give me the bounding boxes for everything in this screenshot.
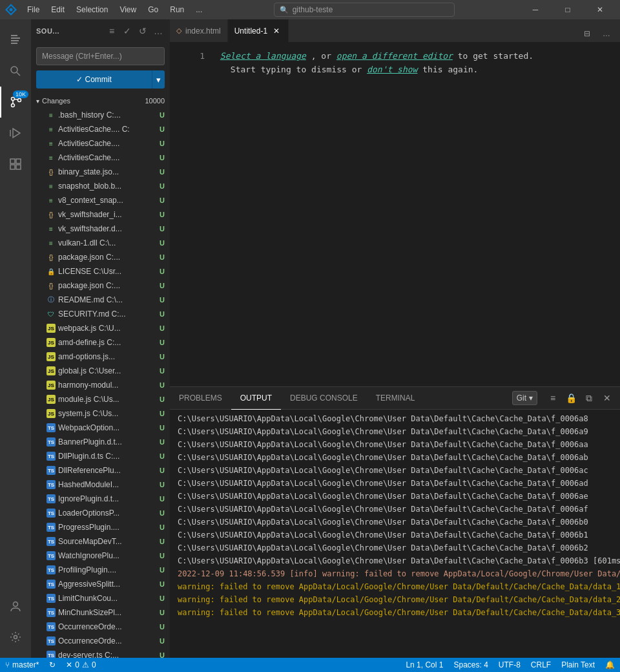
file-list-item[interactable]: TSWatchIgnorePlu...U <box>31 549 170 563</box>
file-list-item[interactable]: TSOccurrenceOrde...U <box>31 634 170 648</box>
svg-rect-1 <box>11 35 17 36</box>
more-actions-button[interactable]: … <box>598 25 615 42</box>
sync-button[interactable]: ↻ <box>44 658 61 672</box>
panel-tab-output[interactable]: OUTPUT <box>231 387 281 410</box>
file-list-item[interactable]: 🛡SECURITY.md C:...U <box>31 307 170 321</box>
activity-source-control[interactable]: 10K <box>0 87 31 118</box>
panel-copy-button[interactable]: ⧉ <box>581 390 597 406</box>
panel-lock-button[interactable]: 🔒 <box>563 390 579 406</box>
file-list-item[interactable]: TSLimitChunkCou...U <box>31 591 170 605</box>
activity-explorer[interactable] <box>0 25 31 56</box>
file-list-item[interactable]: TSOccurrenceOrde...U <box>31 620 170 634</box>
file-list-item[interactable]: ≡snapshot_blob.b...U <box>31 179 170 193</box>
menu-file[interactable]: File <box>22 4 45 16</box>
file-list-item[interactable]: TSHashedModuleI...U <box>31 478 170 492</box>
file-list-item[interactable]: JSglobal.js C:\User...U <box>31 364 170 378</box>
svg-point-0 <box>10 8 13 12</box>
file-list-item[interactable]: TSDllReferencePlu...U <box>31 463 170 478</box>
file-list-item[interactable]: {}package.json C:...U <box>31 278 170 293</box>
file-list-item[interactable]: JSharmony-modul...U <box>31 378 170 392</box>
file-list-item[interactable]: ≡ActivitiesCache....U <box>31 151 170 165</box>
errors-indicator[interactable]: ✕ 0 ⚠ 0 <box>61 658 101 672</box>
language-mode[interactable]: Plain Text <box>556 658 600 672</box>
notification-bell[interactable]: 🔔 <box>600 658 620 672</box>
file-list-item[interactable]: TSProfilingPlugin....U <box>31 563 170 577</box>
info-text-dont-show[interactable]: don't show <box>367 65 417 74</box>
file-list-item[interactable]: JSsystem.js C:\Us...U <box>31 406 170 421</box>
file-list-item[interactable]: TSProgressPlugin....U <box>31 520 170 534</box>
git-source-selector[interactable]: Git ▾ <box>512 391 537 405</box>
panel: PROBLEMS OUTPUT DEBUG CONSOLE TERMINAL G… <box>170 386 620 658</box>
file-list-item[interactable]: TSAggressiveSplitt...U <box>31 577 170 591</box>
file-list-item[interactable]: TSdev-server.ts C:...U <box>31 648 170 658</box>
file-type-icon: ≡ <box>46 196 56 205</box>
file-list-item[interactable]: JSamd-define.js C:...U <box>31 335 170 350</box>
file-list-item[interactable]: ≡vulkan-1.dll C:\...U <box>31 236 170 250</box>
panel-clear-button[interactable]: ≡ <box>545 390 561 406</box>
branch-indicator[interactable]: ⑂ master* <box>0 658 44 672</box>
file-list-item[interactable]: TSMinChunkSizePl...U <box>31 605 170 620</box>
file-type-icon: ≡ <box>46 182 56 191</box>
panel-close-button[interactable]: ✕ <box>599 390 615 406</box>
file-type-icon: ≡ <box>46 110 56 120</box>
menu-edit[interactable]: Edit <box>46 4 70 16</box>
sidebar-more-button[interactable]: … <box>152 25 165 37</box>
file-list-item[interactable]: ≡v8_context_snap...U <box>31 193 170 207</box>
commit-dropdown-button[interactable]: ▾ <box>152 70 165 89</box>
file-list-item[interactable]: ≡ActivitiesCache.... C:U <box>31 122 170 136</box>
activity-account[interactable] <box>0 591 31 622</box>
menu-more[interactable]: ... <box>191 4 207 16</box>
panel-tab-problems[interactable]: PROBLEMS <box>170 387 231 410</box>
close-button[interactable]: ✕ <box>585 0 615 19</box>
info-text-open-editor[interactable]: open a different editor <box>336 51 453 61</box>
activity-run[interactable] <box>0 118 31 149</box>
cursor-position[interactable]: Ln 1, Col 1 <box>400 658 448 672</box>
file-list-item[interactable]: 🔒LICENSE C:\Usr...U <box>31 264 170 278</box>
panel-tab-debug-console[interactable]: DEBUG CONSOLE <box>281 387 367 410</box>
tab-untitled-1[interactable]: Untitled-1 ✕ <box>228 19 289 42</box>
info-text-select-language[interactable]: Select a language <box>220 51 306 61</box>
activity-search[interactable] <box>0 56 31 87</box>
changes-count: 10000 <box>145 97 165 105</box>
file-list-item[interactable]: TSLoaderOptionsP...U <box>31 506 170 520</box>
file-list-item[interactable]: {}package.json C:...U <box>31 250 170 264</box>
encoding[interactable]: UTF-8 <box>493 658 526 672</box>
commit-message-input[interactable]: Message (Ctrl+Enter...) <box>36 47 165 65</box>
activity-settings[interactable] <box>0 622 31 653</box>
menu-go[interactable]: Go <box>143 4 163 16</box>
line-ending[interactable]: CRLF <box>526 658 556 672</box>
file-status-badge: U <box>160 580 165 588</box>
panel-tab-terminal[interactable]: TERMINAL <box>367 387 424 410</box>
commit-button[interactable]: ✓ Commit <box>36 70 152 89</box>
file-list-item[interactable]: ⓘREADME.md C:\...U <box>31 293 170 307</box>
indentation[interactable]: Spaces: 4 <box>448 658 493 672</box>
file-list-item[interactable]: TSIgnorePlugin.d.t...U <box>31 492 170 506</box>
file-list-item[interactable]: TSDllPlugin.d.ts C:...U <box>31 449 170 463</box>
tab-index-html[interactable]: ◇ index.html <box>170 19 228 42</box>
file-list-item[interactable]: {}vk_swiftshader_i...U <box>31 207 170 222</box>
file-list-item[interactable]: {}binary_state.jso...U <box>31 165 170 179</box>
activity-extensions[interactable] <box>0 149 31 180</box>
file-list-item[interactable]: TSSourceMapDevT...U <box>31 534 170 549</box>
file-list-item[interactable]: TSWebpackOption...U <box>31 421 170 435</box>
file-list-item[interactable]: ≡.bash_history C:...U <box>31 108 170 122</box>
changes-header[interactable]: ▾ Changes 10000 <box>31 94 170 108</box>
sidebar-menu-button[interactable]: ≡ <box>105 25 118 37</box>
file-list-item[interactable]: TSBannerPlugin.d.t...U <box>31 435 170 449</box>
file-list-item[interactable]: JSmodule.js C:\Us...U <box>31 392 170 406</box>
split-editor-button[interactable]: ⊟ <box>579 25 595 42</box>
file-list-item[interactable]: ≡ActivitiesCache....U <box>31 136 170 151</box>
tab-close-button[interactable]: ✕ <box>271 26 282 36</box>
menu-view[interactable]: View <box>114 4 141 16</box>
file-list-item[interactable]: JSwebpack.js C:\U...U <box>31 321 170 335</box>
sidebar-check-button[interactable]: ✓ <box>121 25 134 37</box>
minimize-button[interactable]: ─ <box>521 0 550 19</box>
file-list-item[interactable]: JSamd-options.js...U <box>31 350 170 364</box>
sidebar-refresh-button[interactable]: ↺ <box>136 25 149 37</box>
svg-line-6 <box>17 72 20 76</box>
menu-selection[interactable]: Selection <box>71 4 113 16</box>
file-list-item[interactable]: ≡vk_swiftshader.d...U <box>31 222 170 236</box>
menu-run[interactable]: Run <box>165 4 189 16</box>
search-box[interactable]: 🔍 github-teste <box>274 3 455 17</box>
maximize-button[interactable]: □ <box>553 0 583 19</box>
